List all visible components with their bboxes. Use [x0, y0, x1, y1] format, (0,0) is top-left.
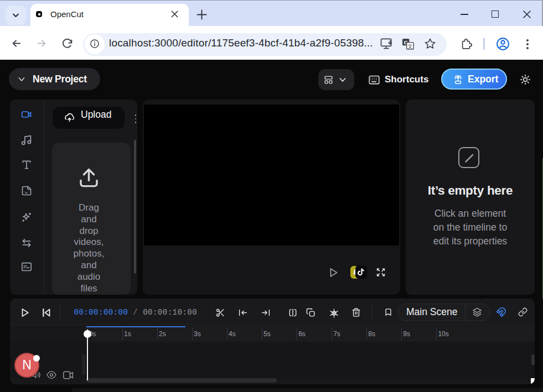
svg-text:文: 文 [407, 43, 413, 49]
